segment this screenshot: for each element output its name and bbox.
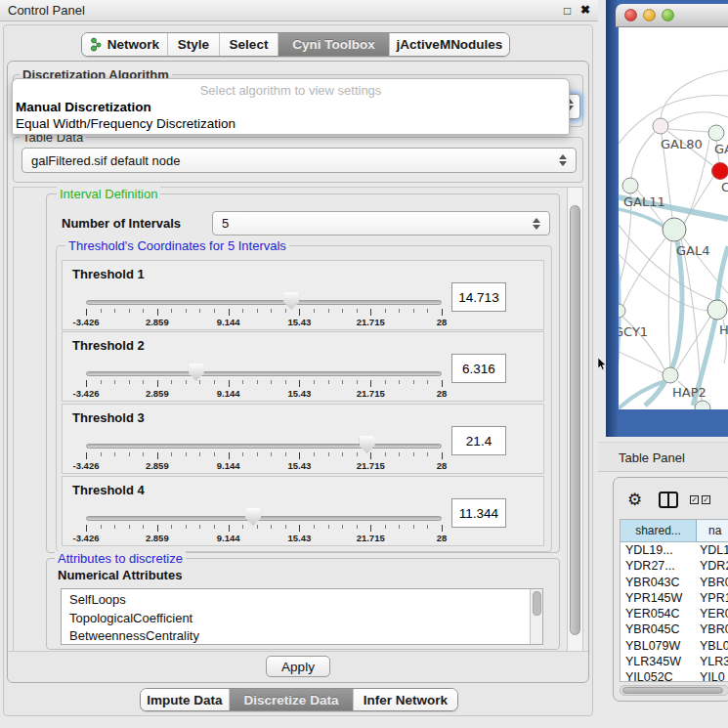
tab-cyni-toolbox[interactable]: Cyni Toolbox bbox=[278, 33, 389, 56]
apply-button[interactable]: Apply bbox=[266, 656, 330, 677]
network-canvas[interactable]: GAL80 GA C GAL11 GAL4 GCY1 H HAP2 bbox=[619, 27, 728, 409]
tick-mark bbox=[157, 380, 158, 387]
slider-ticks bbox=[86, 452, 442, 460]
table-row[interactable]: YBR045CYBR0 bbox=[621, 621, 728, 637]
threshold-4-value-field[interactable]: 11.344 bbox=[451, 498, 506, 528]
slider-knob[interactable] bbox=[283, 292, 299, 310]
number-of-intervals-combobox[interactable]: 5 bbox=[212, 211, 550, 236]
tick-mark bbox=[385, 309, 386, 313]
control-panel-titlebar: Control Panel □ ✖ bbox=[0, 0, 598, 21]
zoom-traffic-light[interactable] bbox=[662, 9, 674, 21]
table-cell[interactable]: YER054C bbox=[621, 606, 697, 621]
horizontal-scrollbar[interactable] bbox=[620, 685, 728, 696]
table-cell[interactable]: YPR145W bbox=[621, 590, 697, 606]
node-partial-top-right[interactable] bbox=[708, 125, 724, 141]
table-cell[interactable]: YIL0 bbox=[697, 669, 728, 682]
table-row[interactable]: YPR145WYPR1 bbox=[621, 590, 728, 606]
tick-mark bbox=[328, 380, 329, 384]
table-cell[interactable]: YLR3 bbox=[697, 654, 728, 669]
slider-knob[interactable] bbox=[189, 364, 204, 381]
popup-option-manual-discretization[interactable]: Manual Discretization bbox=[16, 100, 151, 114]
table-cell[interactable]: YBL079W bbox=[621, 638, 697, 654]
horizontal-scrollbar-thumb[interactable] bbox=[622, 687, 723, 694]
table-cell[interactable]: YBR0 bbox=[697, 575, 728, 590]
node-hap2[interactable] bbox=[663, 367, 678, 383]
column-header-name[interactable]: na bbox=[697, 520, 728, 541]
node-gal4[interactable] bbox=[663, 218, 686, 241]
network-window-titlebar[interactable] bbox=[616, 4, 728, 27]
node-gal80[interactable] bbox=[653, 118, 668, 134]
threshold-3-value-field[interactable]: 21.4 bbox=[451, 426, 506, 455]
slider-track[interactable] bbox=[86, 516, 442, 521]
tick-mark bbox=[114, 525, 115, 529]
table-cell[interactable]: YLR345W bbox=[621, 654, 697, 669]
table-cell[interactable]: YIL052C bbox=[621, 669, 697, 682]
tab-network[interactable]: Network bbox=[82, 33, 167, 56]
list-scrollbar[interactable] bbox=[530, 589, 542, 644]
close-traffic-light[interactable] bbox=[624, 9, 637, 21]
table-cell[interactable]: YER0 bbox=[697, 606, 728, 621]
table-cell[interactable]: YBL0 bbox=[697, 638, 728, 654]
table-cell[interactable]: YDR2 bbox=[697, 558, 728, 574]
table-cell[interactable]: YBR045C bbox=[621, 621, 697, 637]
tick-mark bbox=[157, 452, 158, 459]
node-partial-right[interactable] bbox=[707, 300, 727, 320]
threshold-2-slider[interactable]: -3.4262.8599.14415.4321.71528 bbox=[86, 332, 442, 403]
table-row[interactable]: YBR043CYBR0 bbox=[621, 575, 728, 590]
threshold-2-value-field[interactable]: 6.316 bbox=[451, 354, 506, 383]
tick-mark bbox=[299, 309, 300, 316]
list-scrollbar-thumb[interactable] bbox=[533, 591, 541, 616]
column-header-shared-name[interactable]: shared... bbox=[621, 520, 697, 541]
table-row[interactable]: YBL079WYBL0 bbox=[621, 638, 728, 654]
table-cell[interactable]: YDR27... bbox=[621, 558, 697, 574]
checkbox-icon[interactable]: ✓ bbox=[702, 495, 710, 504]
minimize-traffic-light[interactable] bbox=[643, 9, 656, 21]
node-gcy1[interactable] bbox=[619, 304, 625, 318]
tab-infer-network[interactable]: Infer Network bbox=[353, 689, 457, 710]
tab-style[interactable]: Style bbox=[167, 33, 219, 56]
slider-track[interactable] bbox=[86, 300, 442, 305]
table-row[interactable]: YER054CYER0 bbox=[621, 606, 728, 621]
table-row[interactable]: YDL19...YDL1 bbox=[621, 542, 728, 558]
popup-option-equal-width-frequency[interactable]: Equal Width/Frequency Discretization bbox=[16, 116, 236, 131]
slider-track[interactable] bbox=[86, 371, 442, 376]
table-cell[interactable]: YPR1 bbox=[697, 590, 728, 606]
table-cell[interactable]: YDL1 bbox=[697, 542, 728, 558]
slider-knob[interactable] bbox=[360, 436, 375, 453]
column-layout-icon[interactable] bbox=[659, 492, 678, 508]
tick-mark bbox=[186, 380, 187, 384]
threshold-1-slider[interactable]: -3.4262.8599.14415.4321.71528 bbox=[86, 261, 442, 331]
table-cell[interactable]: YDL19... bbox=[621, 542, 697, 558]
slider-track[interactable] bbox=[86, 444, 442, 449]
gear-icon[interactable]: ⚙ bbox=[627, 490, 642, 510]
table-cell[interactable]: YBR043C bbox=[621, 575, 697, 590]
vertical-scrollbar-thumb[interactable] bbox=[570, 205, 580, 635]
threshold-4-slider[interactable]: -3.4262.8599.14415.4321.71528 bbox=[86, 477, 442, 547]
tab-discretize-data[interactable]: Discretize Data bbox=[229, 689, 353, 710]
table-row[interactable]: YLR345WYLR3 bbox=[621, 654, 728, 669]
table-row[interactable]: YIL052CYIL0 bbox=[621, 669, 728, 682]
tab-select[interactable]: Select bbox=[219, 33, 278, 56]
vertical-scrollbar[interactable] bbox=[567, 188, 582, 652]
threshold-3-slider[interactable]: -3.4262.8599.14415.4321.71528 bbox=[86, 405, 442, 475]
tick-mark bbox=[171, 452, 172, 456]
tab-impute-data[interactable]: Impute Data bbox=[141, 689, 229, 710]
node-gal11[interactable] bbox=[622, 178, 638, 193]
float-window-icon[interactable]: □ bbox=[564, 4, 571, 18]
tick-mark bbox=[442, 380, 443, 387]
table-cell[interactable]: YBR0 bbox=[697, 621, 728, 637]
list-item[interactable]: TopologicalCoefficient bbox=[62, 610, 530, 628]
table-data-combobox[interactable]: galFiltered.sif default node bbox=[21, 148, 577, 173]
tab-jactivemnodules[interactable]: jActiveMNodules bbox=[389, 33, 509, 56]
checkbox-icon[interactable]: ✓ bbox=[690, 495, 699, 504]
threshold-1-value-field[interactable]: 14.713 bbox=[451, 282, 506, 312]
table-row[interactable]: YDR27...YDR2 bbox=[621, 558, 728, 574]
slider-knob[interactable] bbox=[245, 508, 261, 526]
numerical-attributes-list[interactable]: SelfLoopsTopologicalCoefficientBetweenne… bbox=[61, 588, 543, 645]
list-item[interactable]: SelfLoops bbox=[62, 591, 530, 610]
tick-mark bbox=[171, 380, 172, 384]
list-item[interactable]: BetweennessCentrality bbox=[62, 627, 530, 645]
node-red-highlighted[interactable] bbox=[712, 163, 728, 180]
close-icon[interactable]: ✖ bbox=[580, 3, 590, 17]
tick-mark bbox=[342, 380, 343, 384]
